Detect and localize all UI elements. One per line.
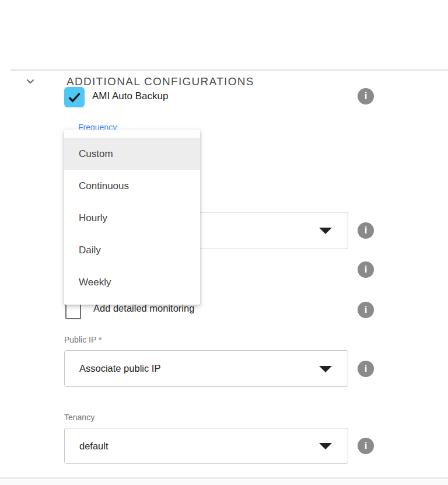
ami-auto-backup-label: AMI Auto Backup <box>92 90 168 102</box>
caret-down-icon <box>319 228 332 234</box>
info-icon[interactable]: i <box>358 361 374 377</box>
section-header: ADDITIONAL CONFIGURATIONS <box>0 35 448 58</box>
menu-item-hourly[interactable]: Hourly <box>64 202 200 234</box>
ami-auto-backup-checkbox[interactable] <box>64 87 85 107</box>
caret-down-icon <box>319 366 332 372</box>
menu-item-weekly[interactable]: Weekly <box>64 266 200 298</box>
menu-item-continuous[interactable]: Continuous <box>64 170 200 202</box>
additional-configurations-section: ADDITIONAL CONFIGURATIONS AMI Auto Backu… <box>0 0 448 485</box>
info-icon[interactable]: i <box>358 222 374 239</box>
caret-down-icon <box>319 443 332 449</box>
public-ip-value: Associate public IP <box>79 363 160 374</box>
info-icon[interactable]: i <box>358 302 374 318</box>
menu-item-daily[interactable]: Daily <box>64 234 200 266</box>
public-ip-label: Public IP * <box>64 335 102 344</box>
info-icon[interactable]: i <box>358 438 374 454</box>
tenancy-select[interactable]: default <box>64 428 348 464</box>
chevron-down-icon[interactable] <box>23 74 37 88</box>
section-title: ADDITIONAL CONFIGURATIONS <box>66 75 254 88</box>
info-icon[interactable]: i <box>358 261 374 278</box>
menu-item-custom[interactable]: Custom <box>64 138 200 170</box>
checkmark-icon <box>66 89 83 106</box>
tenancy-value: default <box>79 441 108 452</box>
header-divider <box>10 69 448 71</box>
public-ip-select[interactable]: Associate public IP <box>64 350 348 387</box>
detailed-monitoring-checkbox[interactable] <box>65 303 81 319</box>
tenancy-label: Tenancy <box>64 413 94 422</box>
info-icon[interactable]: i <box>358 88 374 104</box>
footer-strip <box>0 479 448 485</box>
frequency-dropdown-menu: Custom Continuous Hourly Daily Weekly <box>64 130 200 305</box>
